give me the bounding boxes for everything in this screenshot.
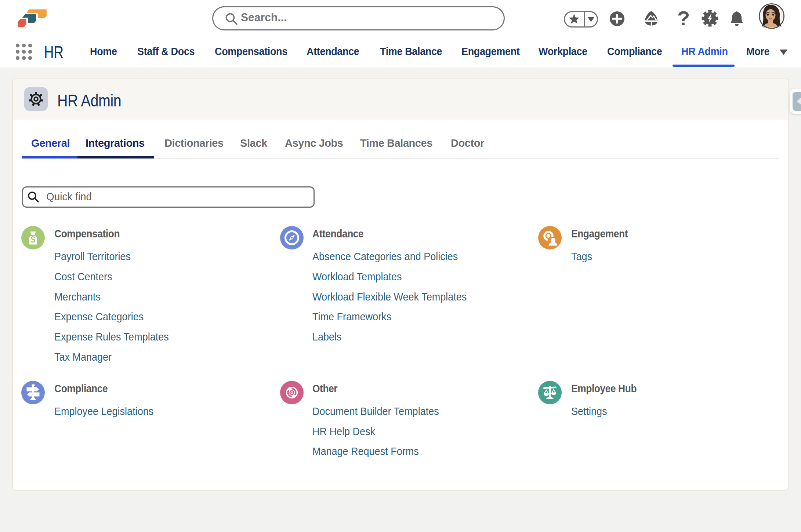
svg-text:$: $ bbox=[31, 235, 36, 244]
